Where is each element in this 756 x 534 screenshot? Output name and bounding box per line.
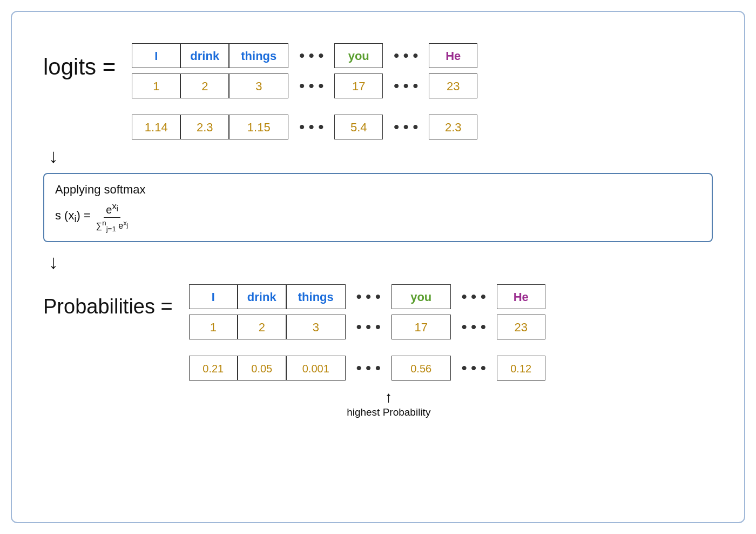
prob-table: I drink things • • • you • • • He 1 2 3 … [189,284,545,418]
dots-5: • • • [288,115,334,139]
token-he-header: He [429,43,477,68]
logit-2.3: 2.3 [180,115,229,139]
logits-header-row: I drink things • • • you • • • He [132,43,477,68]
token-drink-header: drink [180,43,229,68]
prob-idx-23: 23 [497,315,545,339]
formula-lhs: s (xi) = [55,209,91,225]
up-arrow-icon: ↑ [385,388,393,406]
fraction: exi ∑nj=1 exj [96,201,128,232]
logit-2.3b: 2.3 [429,115,477,139]
probabilities-label: Probabilities = [43,295,173,318]
arrow-down-1: ↓ [49,145,713,168]
logit-1.15: 1.15 [229,115,288,139]
softmax-box: Applying softmax s (xi) = exi ∑nj=1 exj [43,173,713,242]
softmax-formula: s (xi) = exi ∑nj=1 exj [55,201,699,232]
prob-idx-3: 3 [286,315,346,339]
logit-1.14: 1.14 [132,115,180,139]
dots-p3: • • • [346,315,392,339]
prob-token-drink: drink [238,284,286,309]
token-you-header: you [334,43,383,68]
logits-label: logits = [43,54,116,80]
logit-5.4: 5.4 [334,115,383,139]
dots-6: • • • [383,115,429,139]
dots-p5: • • • [346,356,392,381]
token-I-header: I [132,43,180,68]
dots-1: • • • [288,43,334,68]
prob-token-you: you [392,284,451,309]
idx-17: 17 [334,74,383,98]
token-things-header: things [229,43,288,68]
idx-1: 1 [132,74,180,98]
prob-header-row: I drink things • • • you • • • He [189,284,545,309]
logits-index-row: 1 2 3 • • • 17 • • • 23 [132,74,477,98]
dots-3: • • • [288,74,334,98]
logits-section: logits = I drink things • • • you • • • … [43,43,713,139]
prob-values-row: 0.21 0.05 0.001 • • • 0.56 • • • 0.12 [189,356,545,381]
highest-prob-label: highest Probability [347,406,430,418]
dots-p6: • • • [451,356,497,381]
dots-p1: • • • [346,284,392,309]
prob-0.001: 0.001 [286,356,346,381]
prob-0.21: 0.21 [189,356,238,381]
prob-token-I: I [189,284,238,309]
prob-index-row: 1 2 3 • • • 17 • • • 23 [189,315,545,339]
dots-p2: • • • [451,284,497,309]
prob-0.12: 0.12 [497,356,545,381]
prob-0.05: 0.05 [238,356,286,381]
highest-prob-annotation: ↑ highest Probability [359,388,418,418]
idx-2: 2 [180,74,229,98]
dots-p4: • • • [451,315,497,339]
dots-2: • • • [383,43,429,68]
softmax-title: Applying softmax [55,183,699,197]
probabilities-section: Probabilities = I drink things • • • you… [43,284,713,418]
prob-token-things: things [286,284,346,309]
prob-idx-2: 2 [238,315,286,339]
prob-token-he: He [497,284,545,309]
prob-0.56: 0.56 [392,356,451,381]
arrow-down-2: ↓ [49,251,713,273]
prob-idx-17: 17 [392,315,451,339]
idx-3: 3 [229,74,288,98]
content-area: logits = I drink things • • • you • • • … [11,11,745,523]
numerator: exi [104,201,120,218]
dots-4: • • • [383,74,429,98]
denominator: ∑nj=1 exj [96,218,128,233]
prob-idx-1: 1 [189,315,238,339]
annotation-row: ↑ highest Probability [189,388,545,418]
logits-table: I drink things • • • you • • • He 1 2 3 … [132,43,477,139]
idx-23: 23 [429,74,477,98]
logits-values-row: 1.14 2.3 1.15 • • • 5.4 • • • 2.3 [132,115,477,139]
